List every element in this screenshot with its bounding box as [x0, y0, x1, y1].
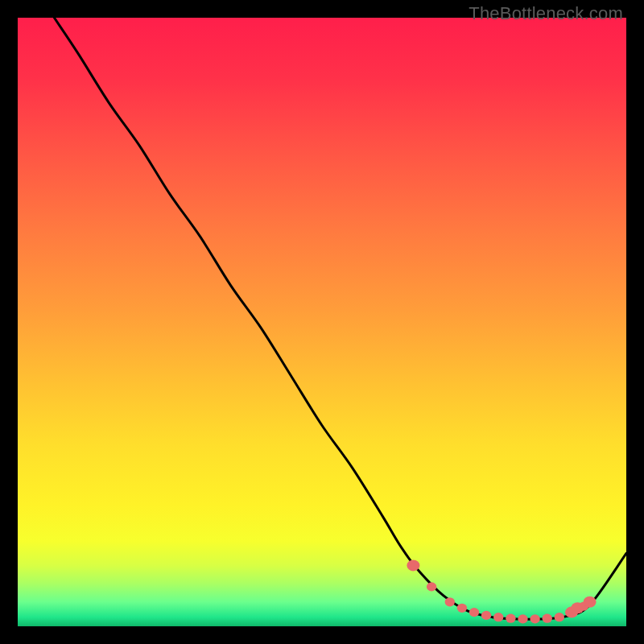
marker-dot [493, 613, 503, 621]
chart-svg [18, 18, 626, 626]
marker-dot [530, 614, 539, 623]
marker-dot [584, 597, 597, 608]
marker-dot [481, 611, 491, 620]
gradient-background [18, 18, 626, 626]
marker-dot [543, 614, 552, 623]
marker-dot [457, 604, 467, 613]
marker-dot [506, 614, 515, 623]
chart-frame [18, 18, 626, 626]
marker-dot [469, 608, 479, 617]
marker-dot [427, 582, 436, 591]
marker-dot [518, 614, 527, 623]
watermark-text: TheBottleneck.com [469, 3, 623, 24]
marker-dot [407, 559, 419, 571]
marker-dot [555, 613, 564, 621]
marker-dot [445, 597, 455, 606]
